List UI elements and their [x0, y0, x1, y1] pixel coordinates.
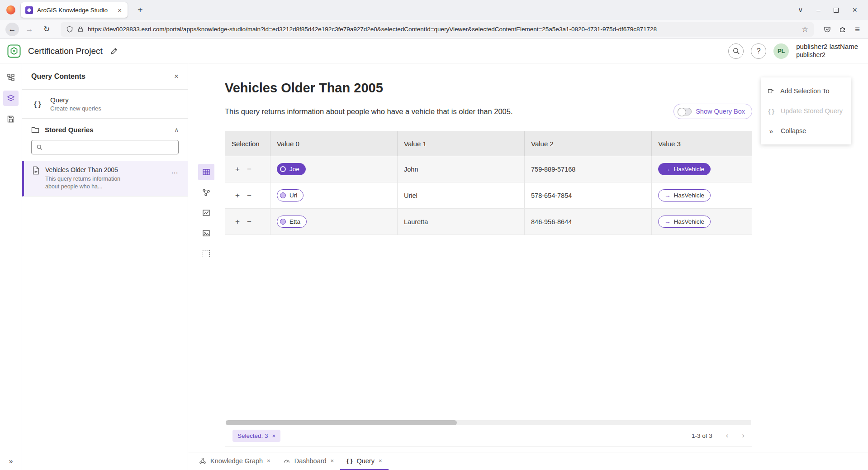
cell-value: Uriel — [398, 182, 525, 208]
selection-view-button[interactable] — [198, 245, 214, 262]
relationship-pill[interactable]: →HasVehicle — [658, 216, 711, 228]
content-tab-bar: Knowledge Graph × Dashboard × { } Query … — [188, 452, 868, 470]
document-icon — [32, 166, 40, 175]
forward-button[interactable]: → — [23, 23, 36, 36]
stored-query-list-item[interactable]: Vehicles Older Than 2005 This query retu… — [22, 161, 188, 197]
new-query-item[interactable]: { } Query Create new queries — [22, 90, 188, 119]
menu-item-add-selection-to[interactable]: Add Selection To — [761, 81, 851, 101]
entity-pill[interactable]: Joe — [277, 163, 306, 175]
list-tabs-icon[interactable]: ∨ — [798, 6, 803, 14]
stored-query-title: Vehicles Older Than 2005 — [45, 166, 136, 173]
tab-close-icon[interactable]: × — [267, 457, 270, 464]
data-model-rail-button[interactable] — [3, 70, 19, 85]
stored-queries-search-input[interactable] — [46, 144, 174, 151]
project-title: Certification Project — [28, 46, 103, 56]
tab-close-icon[interactable]: × — [116, 6, 123, 14]
contents-rail-button[interactable] — [3, 91, 19, 106]
tracking-shield-icon[interactable] — [66, 26, 73, 33]
arrow-right-icon: → — [664, 192, 671, 199]
tab-knowledge-graph[interactable]: Knowledge Graph × — [193, 452, 277, 470]
add-to-selection-button[interactable]: + — [232, 217, 243, 226]
pocket-icon[interactable] — [824, 26, 831, 33]
save-rail-button[interactable] — [3, 111, 19, 127]
collapse-section-icon[interactable]: ∧ — [174, 126, 179, 133]
help-button[interactable]: ? — [751, 43, 766, 59]
tab-dashboard[interactable]: Dashboard × — [277, 452, 341, 470]
remove-from-selection-button[interactable]: − — [243, 165, 255, 174]
menu-item-label: Collapse — [781, 127, 806, 134]
query-contents-panel: Query Contents × { } Query Create new qu… — [22, 63, 188, 470]
table-row: + − Uri Uriel 578-654-7854 →HasVehicle — [225, 182, 752, 209]
selected-count-chip[interactable]: Selected: 3 × — [232, 430, 280, 442]
column-header: Selection — [225, 131, 270, 156]
knowledge-studio-logo-icon — [7, 44, 21, 58]
browser-tab[interactable]: ArcGIS Knowledge Studio × — [21, 2, 128, 18]
map-icon — [202, 229, 210, 237]
menu-icon[interactable]: ≡ — [855, 24, 860, 34]
tab-query[interactable]: { } Query × — [340, 452, 388, 470]
entity-dot-icon — [280, 192, 286, 198]
table-icon — [202, 168, 210, 176]
folder-icon — [31, 126, 39, 134]
braces-icon: { } — [767, 108, 775, 115]
next-page-icon[interactable]: › — [742, 431, 745, 440]
relationship-pill[interactable]: →HasVehicle — [658, 189, 711, 201]
user-avatar[interactable]: PL — [773, 43, 789, 59]
relationship-pill[interactable]: →HasVehicle — [658, 163, 711, 175]
tab-close-icon[interactable]: × — [331, 457, 334, 464]
query-braces-icon: { } — [31, 100, 44, 108]
table-view-button[interactable] — [198, 164, 214, 180]
menu-item-collapse[interactable]: » Collapse — [761, 121, 851, 141]
entity-pill[interactable]: Etta — [277, 216, 307, 228]
remove-from-selection-button[interactable]: − — [243, 217, 255, 226]
entity-dot-icon — [280, 219, 286, 225]
stored-queries-header[interactable]: Stored Queries ∧ — [22, 119, 188, 139]
expand-rail-icon[interactable]: » — [0, 457, 22, 465]
menu-item-update-stored-query[interactable]: { } Update Stored Query — [761, 101, 851, 121]
clear-selection-icon[interactable]: × — [272, 432, 276, 439]
chart-icon — [202, 209, 210, 217]
add-to-selection-button[interactable]: + — [232, 165, 243, 174]
browser-tab-title: ArcGIS Knowledge Studio — [37, 7, 112, 14]
entity-dot-icon — [280, 166, 286, 172]
layers-icon — [7, 94, 15, 102]
edit-title-icon[interactable] — [110, 47, 118, 55]
app-header: Certification Project ? PL publisher2 la… — [0, 39, 868, 63]
table-header-row: Selection Value 0 Value 1 Value 2 Value … — [225, 131, 752, 156]
previous-page-icon[interactable]: ‹ — [726, 431, 729, 440]
panel-title: Query Contents — [31, 72, 85, 81]
tab-close-icon[interactable]: × — [379, 457, 382, 464]
reload-button[interactable]: ↻ — [40, 23, 53, 36]
cell-value: 846-956-8644 — [525, 209, 652, 235]
left-rail: » — [0, 63, 22, 470]
back-button[interactable]: ← — [5, 23, 19, 36]
panel-close-icon[interactable]: × — [174, 72, 179, 81]
extensions-icon[interactable] — [839, 25, 847, 33]
window-maximize-button[interactable] — [834, 8, 839, 13]
url-bar[interactable]: https://dev0028833.esri.com/portal/apps/… — [61, 22, 814, 37]
add-to-selection-button[interactable]: + — [232, 191, 243, 200]
user-info[interactable]: publisher2 lastName publisher2 — [796, 43, 858, 59]
tab-label: Query — [356, 457, 375, 465]
map-view-button[interactable] — [198, 225, 214, 241]
show-query-box-toggle[interactable]: Show Query Box — [674, 104, 752, 119]
stored-query-description: This query returns information about peo… — [45, 175, 136, 191]
toggle-switch[interactable] — [678, 108, 692, 115]
entity-pill[interactable]: Uri — [277, 189, 304, 201]
lock-icon[interactable] — [77, 26, 84, 33]
table-row: + − Joe John 759-889-57168 →HasVehicle — [225, 156, 752, 182]
search-button[interactable] — [728, 43, 744, 59]
window-close-button[interactable]: × — [852, 5, 857, 15]
browser-tabstrip: ArcGIS Knowledge Studio × + ∨ – × — [0, 0, 868, 20]
firefox-view-icon[interactable] — [6, 5, 15, 14]
stored-queries-search[interactable] — [31, 140, 179, 154]
horizontal-scrollbar[interactable] — [226, 420, 751, 425]
bookmark-star-icon[interactable]: ☆ — [802, 25, 808, 34]
new-tab-button[interactable]: + — [135, 5, 146, 15]
item-options-icon[interactable]: … — [171, 167, 179, 175]
chart-view-button[interactable] — [198, 205, 214, 221]
window-minimize-button[interactable]: – — [816, 6, 820, 14]
scrollbar-thumb[interactable] — [226, 420, 457, 425]
link-chart-view-button[interactable] — [198, 184, 214, 201]
remove-from-selection-button[interactable]: − — [243, 191, 255, 200]
